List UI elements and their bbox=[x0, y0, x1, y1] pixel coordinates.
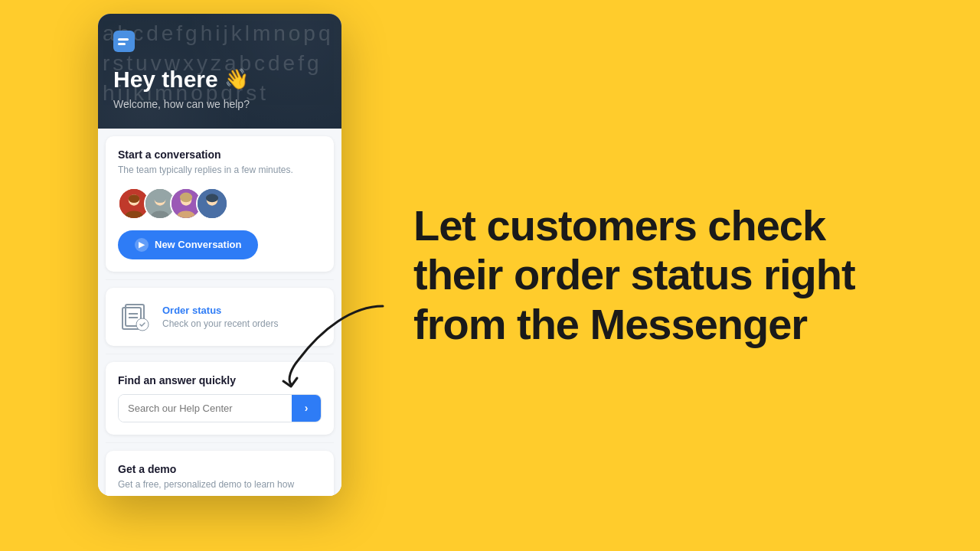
wave-emoji: 👋 bbox=[224, 67, 249, 91]
demo-title: Get a demo bbox=[118, 463, 322, 475]
search-arrow-icon: › bbox=[305, 402, 309, 414]
divider-3 bbox=[106, 442, 334, 443]
find-answer-title: Find an answer quickly bbox=[118, 374, 322, 386]
order-text-group: Order status Check on your recent orders bbox=[162, 305, 278, 329]
promo-line-3: from the Messenger bbox=[413, 300, 807, 348]
order-icon-wrap bbox=[118, 300, 152, 334]
avatars-row bbox=[118, 187, 322, 220]
conversation-card: Start a conversation The team typically … bbox=[106, 136, 334, 272]
greeting-title: Hey there 👋 bbox=[113, 66, 326, 93]
greeting-text: Hey there bbox=[113, 66, 218, 93]
messenger-content: Start a conversation The team typically … bbox=[98, 129, 341, 496]
divider-2 bbox=[106, 354, 334, 354]
svg-point-5 bbox=[154, 193, 166, 203]
search-row: › bbox=[118, 394, 322, 422]
avatar-4 bbox=[196, 187, 228, 220]
demo-desc: Get a free, personalized demo to learn h… bbox=[118, 478, 322, 491]
messenger-widget: abcdefghijklmnopqrstuvwxyzabcdefghijklmn… bbox=[98, 14, 341, 496]
promo-line-2: their order status right bbox=[413, 251, 855, 299]
new-conversation-button[interactable]: ▶ New Conversation bbox=[118, 230, 258, 259]
btn-arrow-icon: ▶ bbox=[135, 238, 149, 252]
messenger-logo bbox=[113, 31, 326, 52]
order-status-desc: Check on your recent orders bbox=[162, 318, 278, 329]
promo-text: Let customers check their order status r… bbox=[413, 201, 934, 349]
divider-1 bbox=[106, 279, 334, 280]
svg-point-11 bbox=[206, 194, 218, 202]
conversation-desc: The team typically replies in a few minu… bbox=[118, 164, 322, 177]
order-status-card[interactable]: Order status Check on your recent orders bbox=[106, 288, 334, 346]
svg-point-8 bbox=[180, 192, 192, 202]
greeting-subtitle: Welcome, how can we help? bbox=[113, 98, 326, 110]
logo-bar-top bbox=[118, 38, 129, 41]
order-icon bbox=[119, 302, 150, 332]
new-conversation-label: New Conversation bbox=[155, 239, 241, 250]
logo-icon bbox=[113, 31, 135, 52]
search-submit-button[interactable]: › bbox=[292, 395, 321, 422]
promo-headline: Let customers check their order status r… bbox=[413, 201, 934, 349]
messenger-header: abcdefghijklmnopqrstuvwxyzabcdefghijklmn… bbox=[98, 14, 341, 129]
logo-bar-bottom bbox=[118, 43, 126, 45]
find-answer-card: Find an answer quickly › bbox=[106, 362, 334, 435]
conversation-title: Start a conversation bbox=[118, 148, 322, 161]
promo-line-1: Let customers check bbox=[413, 201, 825, 249]
svg-point-2 bbox=[129, 194, 139, 203]
messenger-greeting: Hey there 👋 Welcome, how can we help? bbox=[113, 66, 326, 110]
help-center-search-input[interactable] bbox=[119, 395, 292, 422]
order-status-row: Order status Check on your recent orders bbox=[118, 300, 322, 334]
order-status-title: Order status bbox=[162, 305, 278, 316]
demo-card[interactable]: Get a demo Get a free, personalized demo… bbox=[106, 451, 334, 496]
